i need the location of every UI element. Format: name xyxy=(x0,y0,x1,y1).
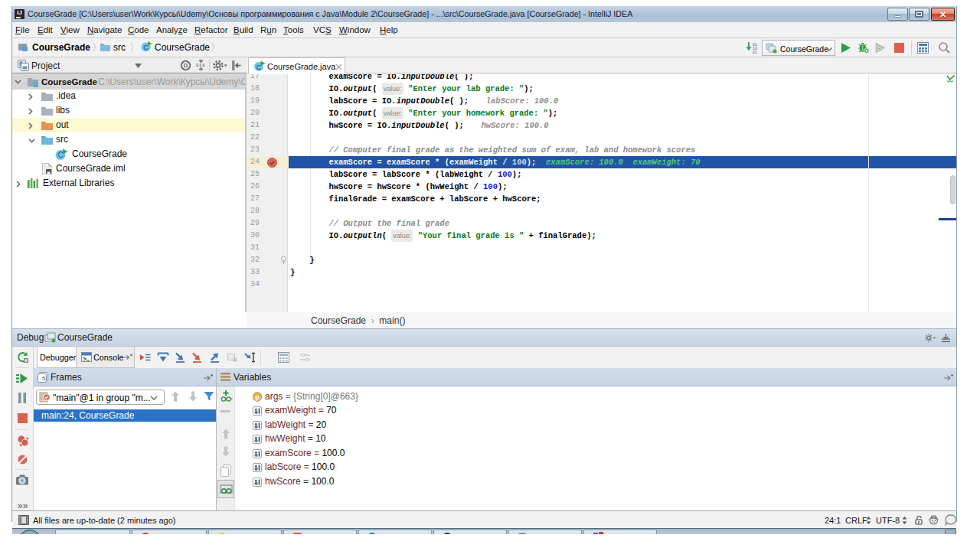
svg-text:5: 5 xyxy=(42,375,46,382)
svg-text:p: p xyxy=(255,393,260,401)
svg-text:01: 01 xyxy=(753,51,757,54)
svg-text:C: C xyxy=(57,151,63,159)
